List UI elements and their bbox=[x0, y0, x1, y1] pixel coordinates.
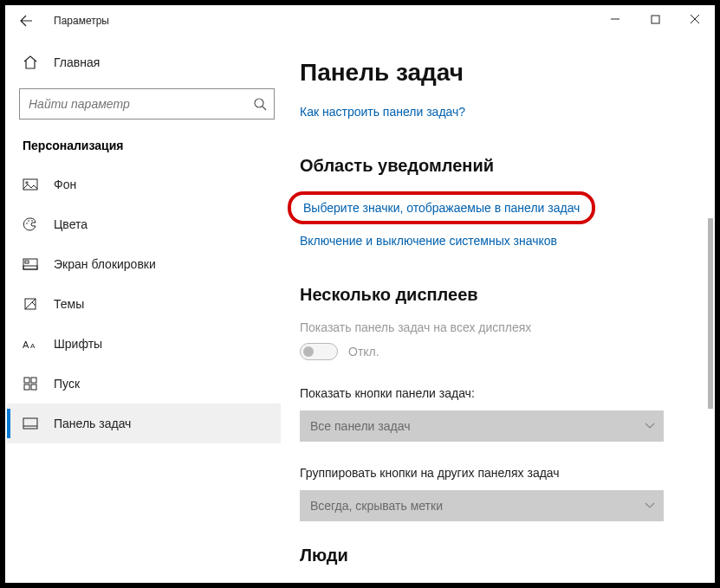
sidebar-item-label: Фон bbox=[54, 178, 76, 191]
start-icon bbox=[23, 376, 38, 391]
toggle-state-label: Откл. bbox=[348, 345, 379, 359]
svg-rect-18 bbox=[31, 384, 36, 390]
content-area: Панель задач Как настроить панели задач?… bbox=[282, 36, 715, 583]
sidebar-item-label: Темы bbox=[54, 297, 84, 311]
chevron-down-icon bbox=[645, 502, 655, 509]
sidebar-nav: Фон Цвета Экран блокировки bbox=[7, 165, 281, 443]
sidebar-item-label: Пуск bbox=[54, 377, 80, 391]
section-people: Люди bbox=[300, 546, 680, 565]
sidebar-item-label: Цвета bbox=[54, 217, 88, 231]
sidebar-item-background[interactable]: Фон bbox=[7, 165, 281, 204]
palette-icon bbox=[23, 216, 38, 232]
home-label: Главная bbox=[54, 55, 100, 69]
page-title: Панель задач bbox=[300, 59, 680, 87]
sidebar-item-start[interactable]: Пуск bbox=[7, 364, 281, 404]
svg-rect-11 bbox=[25, 261, 29, 263]
taskbar-icon bbox=[23, 416, 38, 431]
help-link[interactable]: Как настроить панели задач? bbox=[300, 105, 465, 119]
group-buttons-label: Группировать кнопки на других панелях за… bbox=[300, 466, 680, 480]
svg-text:A: A bbox=[23, 339, 29, 350]
svg-rect-10 bbox=[23, 266, 37, 269]
sidebar: Главная Персонализация bbox=[5, 36, 282, 583]
minimize-button[interactable] bbox=[595, 5, 635, 33]
picture-icon bbox=[23, 177, 38, 192]
svg-point-7 bbox=[28, 220, 29, 222]
home-nav[interactable]: Главная bbox=[7, 45, 281, 80]
scrollbar-thumb[interactable] bbox=[708, 218, 713, 409]
back-button[interactable] bbox=[5, 5, 47, 36]
show-buttons-label: Показать кнопки панели задач: bbox=[300, 386, 680, 400]
sidebar-category: Персонализация bbox=[7, 120, 281, 165]
svg-point-5 bbox=[26, 182, 28, 184]
highlight-annotation: Выберите значки, отображаемые в панели з… bbox=[288, 191, 595, 224]
sidebar-item-label: Шрифты bbox=[54, 337, 102, 351]
close-icon bbox=[690, 14, 700, 24]
settings-window: Параметры Главная bbox=[5, 5, 715, 583]
search-input[interactable] bbox=[29, 97, 253, 111]
select-taskbar-icons-link[interactable]: Выберите значки, отображаемые в панели з… bbox=[303, 201, 580, 215]
svg-text:A: A bbox=[30, 342, 36, 350]
svg-line-3 bbox=[263, 107, 266, 110]
titlebar: Параметры bbox=[5, 5, 715, 36]
svg-point-2 bbox=[255, 99, 263, 107]
themes-icon bbox=[23, 296, 38, 312]
chevron-down-icon bbox=[645, 423, 655, 430]
svg-rect-17 bbox=[24, 384, 29, 390]
fonts-icon: AA bbox=[23, 336, 38, 352]
select-value: Всегда, скрывать метки bbox=[310, 499, 443, 513]
window-controls bbox=[595, 5, 715, 33]
sidebar-item-taskbar[interactable]: Панель задач bbox=[7, 404, 281, 443]
svg-point-8 bbox=[31, 220, 33, 222]
show-on-all-displays-label: Показать панель задач на всех дисплеях bbox=[300, 320, 680, 334]
window-title: Параметры bbox=[54, 15, 109, 27]
section-notification-area: Область уведомлений bbox=[300, 156, 680, 176]
system-icons-link[interactable]: Включение и выключение системных значков bbox=[300, 234, 557, 248]
lockscreen-icon bbox=[23, 256, 38, 272]
arrow-left-icon bbox=[19, 14, 33, 28]
maximize-button[interactable] bbox=[635, 5, 675, 33]
svg-rect-1 bbox=[652, 16, 659, 23]
sidebar-item-label: Экран блокировки bbox=[54, 257, 156, 271]
sidebar-item-themes[interactable]: Темы bbox=[7, 284, 281, 324]
sidebar-item-fonts[interactable]: AA Шрифты bbox=[7, 324, 281, 364]
home-icon bbox=[23, 55, 38, 70]
section-multiple-displays: Несколько дисплеев bbox=[300, 285, 680, 305]
svg-rect-19 bbox=[23, 418, 37, 429]
minimize-icon bbox=[610, 14, 620, 24]
close-button[interactable] bbox=[675, 5, 715, 33]
group-buttons-select[interactable]: Всегда, скрывать метки bbox=[300, 490, 664, 521]
show-buttons-select[interactable]: Все панели задач bbox=[300, 410, 664, 442]
sidebar-item-lockscreen[interactable]: Экран блокировки bbox=[7, 244, 281, 284]
scrollbar[interactable] bbox=[703, 36, 713, 583]
svg-point-6 bbox=[26, 223, 28, 224]
svg-rect-15 bbox=[24, 378, 29, 383]
show-on-all-displays-toggle[interactable] bbox=[300, 343, 338, 360]
svg-rect-16 bbox=[31, 378, 36, 383]
svg-rect-4 bbox=[23, 179, 37, 190]
sidebar-item-colors[interactable]: Цвета bbox=[7, 204, 281, 244]
select-value: Все панели задач bbox=[310, 419, 410, 433]
search-icon bbox=[253, 97, 267, 111]
sidebar-item-label: Панель задач bbox=[54, 417, 131, 430]
maximize-icon bbox=[651, 15, 660, 24]
search-box[interactable] bbox=[19, 88, 275, 120]
